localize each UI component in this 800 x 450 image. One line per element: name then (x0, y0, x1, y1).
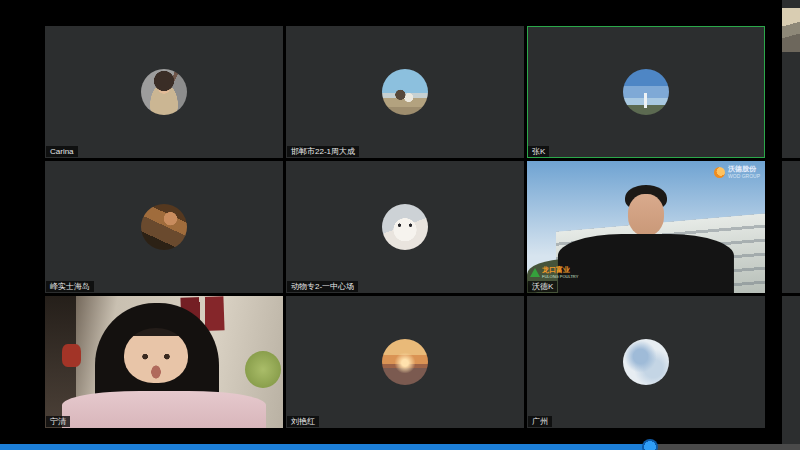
participant-grid: Carina 邯郸市22-1周大成 张K 峰实士海岛 动物专2-一中心场 (45, 26, 765, 428)
participant-tile-ningqing-video[interactable]: 宁清 (45, 296, 283, 428)
participant-name-label: 沃德K (528, 281, 557, 292)
avatar-toddler-photo (141, 69, 187, 115)
video-woman-face (124, 328, 188, 383)
company-logo-icon (714, 167, 725, 178)
company-logo-overlay: 沃德股份 WOD GROUP (714, 165, 760, 179)
video-background-red-object (62, 344, 81, 368)
watermark-subtext: FULONG POULTRY (542, 274, 578, 279)
avatar-beach-photo (382, 69, 428, 115)
clipped-video-fragment (782, 8, 800, 52)
watermark-overlay: 龙口富业 FULONG POULTRY (530, 266, 578, 279)
company-logo-text: 沃德股份 (728, 165, 760, 173)
participant-name-label: 刘艳红 (287, 416, 319, 427)
tile-gap (782, 158, 800, 161)
participant-name-label: 宁清 (46, 416, 70, 427)
participant-tile-dongwuzhuan[interactable]: 动物专2-一中心场 (286, 161, 524, 293)
conference-stage: Carina 邯郸市22-1周大成 张K 峰实士海岛 动物专2-一中心场 (0, 0, 800, 450)
participant-name-label: 动物专2-一中心场 (287, 281, 358, 292)
participant-name-label: 广州 (528, 416, 552, 427)
video-man-black-sweater (558, 234, 734, 293)
avatar-abstract-photo (623, 339, 669, 385)
watermark-text: 龙口富业 (542, 266, 578, 274)
participant-tile-guangzhou[interactable]: 广州 (527, 296, 765, 428)
participant-tile-handan[interactable]: 邯郸市22-1周大成 (286, 26, 524, 158)
tile-gap (782, 293, 800, 296)
clipped-fourth-column (782, 0, 800, 444)
participant-tile-wodek-video[interactable]: 沃德股份 WOD GROUP 龙口富业 FULONG POULTRY 沃德K (527, 161, 765, 293)
company-logo-subtext: WOD GROUP (728, 173, 760, 179)
participant-tile-liuyanhong[interactable]: 刘艳红 (286, 296, 524, 428)
watermark-logo-icon (530, 268, 540, 277)
playback-progress-bar[interactable] (0, 444, 800, 450)
avatar-sunset-photo (382, 339, 428, 385)
avatar-white-cat-photo (382, 204, 428, 250)
participant-name-label: 张K (528, 146, 549, 157)
avatar-hug-photo (141, 204, 187, 250)
avatar-sky-monument-photo (623, 69, 669, 115)
playback-progress-knob[interactable] (642, 439, 658, 450)
playback-progress-fill (0, 444, 650, 450)
participant-tile-fengshi[interactable]: 峰实士海岛 (45, 161, 283, 293)
participant-tile-carina[interactable]: Carina (45, 26, 283, 158)
participant-name-label: 邯郸市22-1周大成 (287, 146, 359, 157)
participant-tile-zhangk-active-speaker[interactable]: 张K (527, 26, 765, 158)
video-woman-pink-top (62, 391, 267, 428)
participant-name-label: Carina (46, 146, 78, 157)
video-man-face (628, 194, 664, 236)
video-background-green-cushion (245, 351, 281, 388)
participant-name-label: 峰实士海岛 (46, 281, 94, 292)
